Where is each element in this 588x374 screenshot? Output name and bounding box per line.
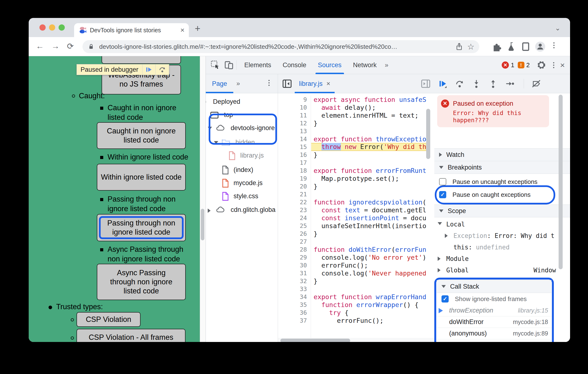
code-line: try { (311, 309, 430, 317)
resume-script-icon[interactable] (438, 79, 448, 88)
debugger-scrollbar[interactable] (559, 95, 563, 342)
debugger-step-over-button[interactable] (155, 64, 169, 75)
page-scrollbar-thumb[interactable] (201, 209, 204, 240)
scope-row[interactable]: Exception: Error: Why did t (434, 230, 570, 242)
maximize-window-button[interactable] (59, 24, 65, 31)
watch-section-header[interactable]: Watch (434, 148, 570, 161)
scope-caret-icon[interactable] (438, 222, 442, 225)
scope-row[interactable]: Local (434, 219, 570, 230)
side-panel-icon[interactable] (521, 41, 531, 52)
tree-caret-icon[interactable] (214, 141, 218, 144)
tree-item-mycode-js[interactable]: mycode.js (206, 177, 278, 189)
scope-caret-icon[interactable] (438, 268, 441, 272)
tree-item-devtools-ignore[interactable]: devtools-ignore (206, 122, 278, 134)
breakpoints-section-header[interactable]: Breakpoints (434, 161, 570, 174)
more-tabs-chevron[interactable]: » (382, 56, 390, 74)
tree-item-hidden[interactable]: hidden (206, 136, 278, 149)
call-stack-frame[interactable]: throwExceptionlibrary.js:15 (437, 305, 551, 316)
tree-item-top[interactable]: top (206, 109, 278, 121)
browser-menu-kebab-icon[interactable] (553, 42, 564, 53)
show-ignore-listed-frames-toggle[interactable]: ✓ Show ignore-listed frames (437, 293, 551, 305)
page-button[interactable]: Caught in non ignore listed code (97, 122, 186, 149)
tree-caret-icon[interactable] (208, 209, 210, 213)
hide-navigator-icon[interactable] (282, 78, 292, 89)
tree-item-library-js[interactable]: library.js (206, 150, 278, 162)
page-button[interactable]: CSP Violation - All frames (76, 329, 186, 342)
step-icon[interactable] (505, 79, 514, 88)
page-scrollbar[interactable] (200, 56, 206, 342)
breakpoint-toggle[interactable]: ✓Pause on caught exceptions (434, 188, 570, 201)
call-stack-frame[interactable]: (anonymous)mycode.js:89 (437, 328, 551, 339)
browser-tab[interactable]: DevTools ignore list stories × (74, 23, 189, 37)
forward-button[interactable]: → (51, 41, 60, 51)
checkbox-checked-icon[interactable]: ✓ (439, 191, 446, 198)
tab-page[interactable]: Page (206, 74, 233, 93)
call-stack-frame[interactable]: doWithErrormycode.js:18 (437, 316, 551, 328)
scope-row[interactable]: this: undefined (434, 242, 570, 253)
tree-item-style-css[interactable]: style.css (206, 190, 278, 203)
tab-elements[interactable]: Elements (239, 56, 277, 74)
page-button[interactable]: Async Passing through non ignore listed … (97, 264, 186, 300)
avatar[interactable] (535, 41, 546, 52)
editor-hscroll-thumb[interactable] (280, 339, 350, 342)
editor-tab-libraryjs[interactable]: library.js × (295, 74, 335, 93)
tab-sources[interactable]: Sources (312, 56, 347, 74)
close-window-button[interactable] (40, 24, 46, 31)
address-bar[interactable]: devtools-ignore-list-stories.glitch.me/#… (83, 40, 479, 53)
sidebar-more-tabs-chevron[interactable]: » (236, 80, 239, 87)
debugger-scrollbar-thumb[interactable] (559, 95, 563, 269)
tree-caret-icon[interactable] (208, 127, 212, 130)
show-debugger-pane-icon[interactable] (420, 78, 431, 89)
back-button[interactable]: ← (36, 41, 44, 51)
close-editor-tab-icon[interactable]: × (326, 80, 330, 87)
settings-gear-icon[interactable] (536, 60, 547, 71)
debugger-resume-button[interactable] (142, 64, 155, 75)
new-tab-button[interactable]: + (195, 23, 200, 34)
tree-item--index-[interactable]: (index) (206, 164, 278, 176)
page-button[interactable] (102, 56, 181, 64)
code-area[interactable]: export async function unsafeS await dela… (311, 96, 430, 338)
device-toolbar-icon[interactable] (224, 60, 234, 70)
close-devtools-icon[interactable]: × (560, 61, 565, 70)
minimize-window-button[interactable] (49, 24, 55, 31)
error-count[interactable]: 1 (511, 62, 514, 69)
editor-vertical-scrollbar[interactable] (426, 109, 430, 233)
devtools-menu-kebab-icon[interactable] (553, 62, 554, 68)
reload-button[interactable]: ⟳ (67, 41, 74, 51)
editor-vscroll-thumb[interactable] (426, 109, 430, 159)
tree-item-cdn-glitch-globa[interactable]: cdn.glitch.globa (206, 204, 278, 216)
share-icon[interactable] (455, 42, 463, 51)
deployed-icon (206, 97, 211, 107)
inspect-element-icon[interactable] (210, 60, 220, 70)
error-badge-icon[interactable]: ✕ (502, 62, 509, 69)
scope-caret-icon[interactable] (438, 256, 441, 261)
page-button[interactable]: CSP Violation (76, 312, 141, 327)
tab-network[interactable]: Network (347, 56, 382, 74)
step-out-icon[interactable] (488, 79, 498, 88)
editor-horizontal-scrollbar[interactable] (278, 338, 434, 342)
warning-count[interactable]: 2 (526, 62, 530, 69)
tab-console[interactable]: Console (277, 56, 312, 74)
scope-row[interactable]: GlobalWindow (434, 265, 570, 276)
checkbox-checked-icon[interactable]: ✓ (441, 295, 449, 302)
scope-caret-icon[interactable] (445, 234, 448, 238)
extensions-puzzle-icon[interactable] (491, 41, 502, 52)
close-tab-icon[interactable]: × (180, 26, 185, 34)
page-button[interactable]: Passing through non ignore listed code (97, 214, 186, 241)
scope-section-header[interactable]: Scope (434, 204, 570, 217)
bookmark-star-icon[interactable]: ☆ (467, 42, 474, 51)
call-stack-frame[interactable]: errorWrapperlibrary.js:37 (437, 339, 551, 342)
tab-search-chevron-icon[interactable]: ⌄ (555, 24, 560, 32)
breakpoint-toggle[interactable]: Pause on uncaught exceptions (434, 175, 570, 188)
sidebar-menu-kebab-icon[interactable] (268, 80, 270, 86)
deactivate-breakpoints-icon[interactable] (532, 79, 541, 88)
step-over-icon[interactable] (455, 79, 464, 88)
scope-row[interactable]: Module (434, 253, 570, 265)
checkbox-unchecked-icon[interactable] (439, 178, 446, 185)
step-into-icon[interactable] (472, 79, 481, 88)
page-button[interactable]: Within ignore listed code (97, 164, 186, 191)
tree-item-deployed[interactable]: Deployed (206, 96, 278, 108)
call-stack-section-header[interactable]: Call Stack (437, 280, 551, 293)
experiments-flask-icon[interactable] (506, 41, 517, 52)
warning-badge-icon[interactable]: ! (518, 62, 525, 68)
